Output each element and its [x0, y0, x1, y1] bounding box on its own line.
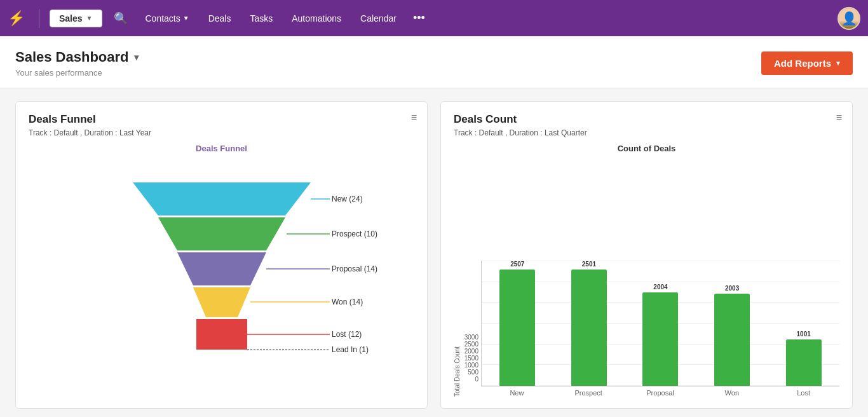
sidebar-item-tasks[interactable]: Tasks	[243, 11, 279, 26]
funnel-lost	[196, 319, 247, 350]
x-label: New	[481, 386, 553, 397]
sidebar-item-deals[interactable]: Deals	[202, 11, 238, 26]
sales-chevron-icon: ▼	[86, 15, 93, 22]
bar-value: 2003	[725, 285, 739, 292]
y-tick: 1500	[465, 355, 478, 362]
add-reports-chevron-icon: ▾	[836, 59, 840, 67]
label-proposal: Proposal (14)	[332, 264, 377, 273]
funnel-card-title: Deals Funnel	[29, 113, 414, 126]
funnel-prospect	[158, 217, 285, 250]
nav-divider	[39, 9, 39, 28]
count-menu-icon[interactable]: ≡	[836, 112, 842, 123]
bar-value: 2507	[510, 261, 524, 268]
funnel-menu-icon[interactable]: ≡	[411, 112, 417, 123]
y-tick: 1000	[465, 362, 478, 369]
x-label: Lost	[768, 386, 839, 397]
avatar-image: 👤	[839, 8, 859, 29]
y-tick: 0	[475, 376, 478, 383]
sidebar-item-calendar[interactable]: Calendar	[354, 11, 403, 26]
y-tick: 2000	[465, 348, 478, 355]
search-button[interactable]: 🔍	[109, 9, 133, 28]
bar-group: 2501	[553, 261, 625, 386]
funnel-new	[133, 182, 311, 215]
funnel-svg: New (24) Prospect (10) Proposal (14) Won…	[120, 182, 323, 373]
x-label: Prospect	[553, 386, 625, 397]
bar-chart-inner: Total Deals Count 3000250020001500100050…	[454, 157, 839, 397]
count-card-subtitle: Track : Default , Duration : Last Quarte…	[454, 128, 839, 137]
bars-area: 25072501200420031001 NewProspectProposal…	[481, 261, 839, 397]
more-icon[interactable]: •••	[413, 11, 425, 25]
bar-rect	[786, 339, 822, 386]
x-labels: NewProspectProposalWonLost	[481, 386, 839, 397]
bar-value: 2004	[653, 284, 667, 291]
bars-grid: 25072501200420031001	[481, 261, 839, 386]
funnel-won	[193, 287, 250, 317]
page-title: Sales Dashboard ▾	[15, 49, 139, 65]
contacts-chevron-icon: ▼	[183, 15, 189, 22]
funnel-chart-title: Deals Funnel	[29, 144, 414, 153]
bar-value: 1001	[797, 331, 811, 338]
bar-group: 1001	[768, 331, 839, 386]
sidebar-item-automations[interactable]: Automations	[285, 11, 348, 26]
bar-group: 2004	[625, 284, 696, 386]
sidebar-item-contacts[interactable]: Contacts ▼	[139, 11, 196, 26]
x-label: Proposal	[625, 386, 696, 397]
funnel-container: New (24) Prospect (10) Proposal (14) Won…	[29, 158, 414, 397]
bar-chart-title: Count of Deals	[454, 144, 839, 153]
bar-rect	[571, 270, 607, 386]
deals-funnel-card: Deals Funnel Track : Default , Duration …	[15, 101, 428, 409]
funnel-card-subtitle: Track : Default , Duration : Last Year	[29, 128, 414, 137]
y-axis: 300025002000150010005000	[461, 334, 481, 397]
bar-group: 2003	[696, 285, 768, 386]
count-card-title: Deals Count	[454, 113, 839, 126]
page-header: Sales Dashboard ▾ Your sales performance…	[0, 36, 868, 88]
main-content: Deals Funnel Track : Default , Duration …	[0, 88, 868, 417]
y-tick: 2500	[465, 341, 478, 348]
label-lost: Lost (12)	[332, 330, 362, 339]
navbar: ⚡ Sales ▼ 🔍 Contacts ▼ Deals Tasks Autom…	[0, 0, 868, 36]
label-won: Won (14)	[332, 297, 363, 306]
title-group: Sales Dashboard ▾ Your sales performance	[15, 49, 139, 78]
bar-value: 2501	[582, 261, 596, 268]
funnel-proposal	[177, 252, 266, 285]
bar-rect	[499, 270, 535, 386]
title-chevron-icon[interactable]: ▾	[134, 52, 139, 62]
label-new: New (24)	[332, 195, 363, 203]
y-tick: 3000	[465, 334, 478, 341]
page-subtitle: Your sales performance	[15, 68, 139, 78]
y-tick: 500	[468, 369, 478, 376]
bar-rect	[642, 292, 678, 386]
sales-label: Sales	[59, 13, 83, 24]
bar-rect	[714, 294, 750, 386]
x-label: Won	[696, 386, 768, 397]
sales-dropdown-button[interactable]: Sales ▼	[50, 10, 102, 27]
add-reports-button[interactable]: Add Reports ▾	[761, 51, 853, 75]
deals-count-card: Deals Count Track : Default , Duration :…	[440, 101, 853, 409]
label-leadin: Lead In (1)	[332, 345, 369, 354]
avatar[interactable]: 👤	[837, 7, 860, 30]
bar-chart-area: Count of Deals Total Deals Count 3000250…	[454, 144, 839, 397]
bar-group: 2507	[482, 261, 553, 386]
app-logo-icon: ⚡	[8, 10, 25, 27]
y-axis-label: Total Deals Count	[454, 332, 461, 397]
label-prospect: Prospect (10)	[332, 229, 377, 238]
